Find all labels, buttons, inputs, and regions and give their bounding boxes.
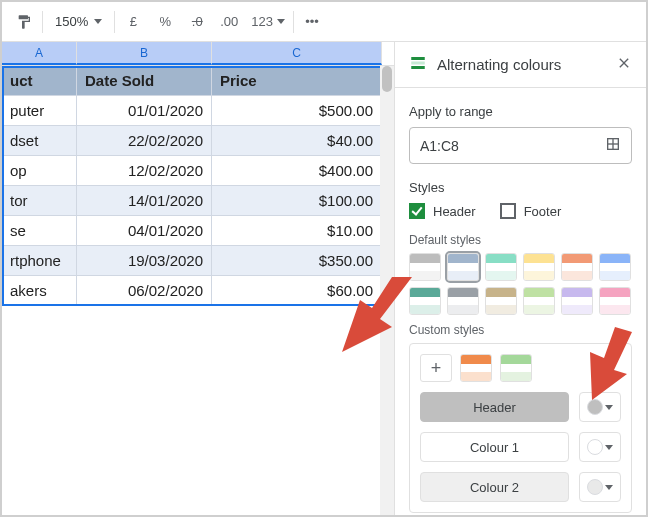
default-palettes [409, 253, 632, 315]
styles-label: Styles [409, 180, 632, 195]
colour-stripe-row: Colour 2 [420, 472, 621, 502]
stripe-label[interactable]: Colour 2 [420, 472, 569, 502]
cell[interactable]: 12/02/2020 [77, 156, 212, 185]
toolbar: 150% £ % .0 .00 123 ••• [2, 2, 646, 42]
stripe-label[interactable]: Colour 1 [420, 432, 569, 462]
palette-swatch[interactable] [561, 253, 593, 281]
cell[interactable]: $60.00 [212, 276, 382, 305]
table-row[interactable]: op12/02/2020$400.00 [2, 156, 394, 186]
palette-swatch[interactable] [485, 253, 517, 281]
stripe-label[interactable]: Header [420, 392, 569, 422]
palette-swatch[interactable] [599, 253, 631, 281]
cell[interactable]: tor [2, 186, 77, 215]
add-custom-style-button[interactable]: + [420, 354, 452, 382]
table-header-row[interactable]: uctDate SoldPrice [2, 66, 394, 96]
range-input[interactable]: A1:C8 [409, 127, 632, 164]
palette-swatch[interactable] [523, 253, 555, 281]
cell[interactable]: Price [212, 66, 382, 95]
palette-swatch[interactable] [409, 253, 441, 281]
select-range-icon[interactable] [605, 136, 621, 155]
cell[interactable]: 01/01/2020 [77, 96, 212, 125]
cell[interactable]: 14/01/2020 [77, 186, 212, 215]
stripe-colour-picker[interactable] [579, 392, 621, 422]
svg-rect-1 [411, 62, 425, 65]
table-row[interactable]: puter01/01/2020$500.00 [2, 96, 394, 126]
table-row[interactable]: rtphone19/03/2020$350.00 [2, 246, 394, 276]
palette-swatch[interactable] [447, 287, 479, 315]
alternating-colours-panel: Alternating colours Apply to range A1:C8… [394, 42, 646, 515]
palette-swatch[interactable] [599, 287, 631, 315]
cell[interactable]: $10.00 [212, 216, 382, 245]
palette-swatch[interactable] [561, 287, 593, 315]
cell[interactable]: 19/03/2020 [77, 246, 212, 275]
column-header-C[interactable]: C [212, 42, 382, 65]
palette-swatch[interactable] [447, 253, 479, 281]
separator [42, 11, 43, 33]
colour-stripe-row: Header [420, 392, 621, 422]
palette-swatch[interactable] [409, 287, 441, 315]
stripe-colour-picker[interactable] [579, 432, 621, 462]
separator [114, 11, 115, 33]
cell[interactable]: op [2, 156, 77, 185]
stripe-colour-picker[interactable] [579, 472, 621, 502]
chevron-down-icon [94, 19, 102, 24]
cell[interactable]: se [2, 216, 77, 245]
decrease-decimal-button[interactable]: .0 [183, 8, 211, 36]
cell[interactable]: puter [2, 96, 77, 125]
custom-styles-label: Custom styles [409, 323, 632, 337]
number-format-button[interactable]: 123 [247, 8, 289, 36]
custom-palette-swatch[interactable] [460, 354, 492, 382]
scrollbar-thumb[interactable] [382, 66, 392, 92]
column-headers: ABC [2, 42, 394, 66]
cell[interactable]: 06/02/2020 [77, 276, 212, 305]
table-row[interactable]: se04/01/2020$10.00 [2, 216, 394, 246]
checkbox-icon [500, 203, 516, 219]
panel-title: Alternating colours [437, 56, 606, 73]
separator [293, 11, 294, 33]
cell[interactable]: 04/01/2020 [77, 216, 212, 245]
zoom-value: 150% [55, 14, 88, 29]
range-value: A1:C8 [420, 138, 459, 154]
spreadsheet-grid[interactable]: ABC uctDate SoldPriceputer01/01/2020$500… [2, 42, 394, 515]
cell[interactable]: uct [2, 66, 77, 95]
cell[interactable]: rtphone [2, 246, 77, 275]
currency-button[interactable]: £ [119, 8, 147, 36]
cell[interactable]: Date Sold [77, 66, 212, 95]
apply-to-range-label: Apply to range [409, 104, 632, 119]
palette-swatch[interactable] [485, 287, 517, 315]
colour-stripe-row: Colour 1 [420, 432, 621, 462]
header-checkbox[interactable]: Header [409, 203, 476, 219]
cell[interactable]: $100.00 [212, 186, 382, 215]
table-row[interactable]: akers06/02/2020$60.00 [2, 276, 394, 306]
custom-palette-swatch[interactable] [500, 354, 532, 382]
grid-icon [409, 54, 427, 75]
close-button[interactable] [616, 55, 632, 74]
default-styles-label: Default styles [409, 233, 632, 247]
zoom-select[interactable]: 150% [47, 8, 110, 36]
cell[interactable]: $350.00 [212, 246, 382, 275]
cell[interactable]: akers [2, 276, 77, 305]
cell[interactable]: $40.00 [212, 126, 382, 155]
column-header-A[interactable]: A [2, 42, 77, 65]
paint-format-button[interactable] [10, 8, 38, 36]
footer-checkbox[interactable]: Footer [500, 203, 562, 219]
column-header-B[interactable]: B [77, 42, 212, 65]
palette-swatch[interactable] [523, 287, 555, 315]
checkbox-icon [409, 203, 425, 219]
cell[interactable]: $500.00 [212, 96, 382, 125]
svg-rect-2 [411, 66, 425, 69]
table-row[interactable]: dset22/02/2020$40.00 [2, 126, 394, 156]
custom-styles-box: + HeaderColour 1Colour 2 [409, 343, 632, 513]
vertical-scrollbar[interactable] [380, 66, 394, 515]
cell[interactable]: 22/02/2020 [77, 126, 212, 155]
cell[interactable]: $400.00 [212, 156, 382, 185]
percent-button[interactable]: % [151, 8, 179, 36]
increase-decimal-button[interactable]: .00 [215, 8, 243, 36]
chevron-down-icon [277, 19, 285, 24]
table-row[interactable]: tor14/01/2020$100.00 [2, 186, 394, 216]
toolbar-overflow-button[interactable]: ••• [298, 8, 326, 36]
svg-rect-0 [411, 57, 425, 60]
cell[interactable]: dset [2, 126, 77, 155]
